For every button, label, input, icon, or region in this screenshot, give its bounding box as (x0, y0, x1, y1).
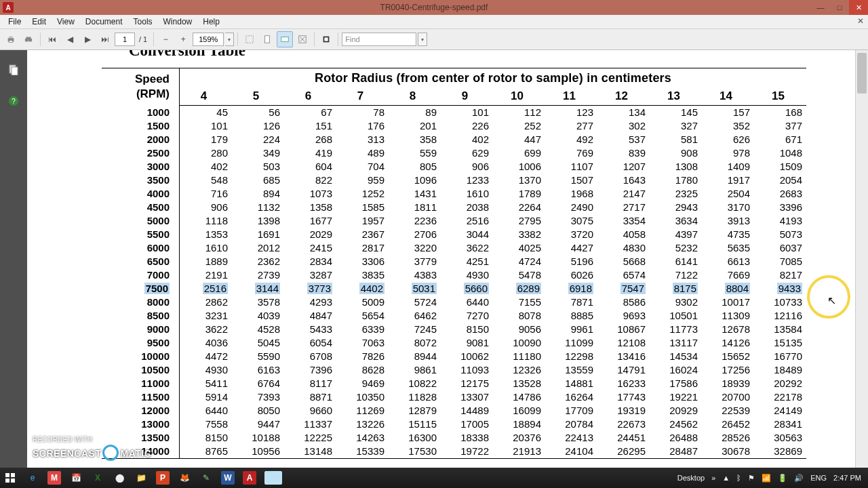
zoom-out-icon[interactable]: − (157, 31, 174, 47)
tray-language-label[interactable]: ENG (810, 474, 827, 482)
value-cell: 18894 (493, 418, 545, 431)
value-cell: 959 (336, 174, 389, 187)
value-cell: 4397 (650, 228, 702, 241)
value-cell: 1643 (597, 174, 650, 187)
value-cell: 224 (232, 133, 284, 146)
binoculars-icon[interactable] (20, 31, 37, 47)
svg-rect-13 (12, 67, 18, 75)
tray-bluetooth-icon[interactable]: ᛒ (736, 474, 741, 482)
taskbar-powerpoint-icon[interactable]: P (156, 471, 170, 485)
value-cell: 9433 (754, 282, 806, 296)
value-cell: 4383 (389, 268, 441, 282)
taskbar-firefox-icon[interactable]: 🦊 (178, 471, 191, 485)
value-cell: 6708 (284, 350, 336, 363)
taskbar-acrobat-icon[interactable]: A (243, 471, 256, 485)
value-cell: 8150 (441, 323, 493, 336)
value-cell: 5196 (545, 255, 597, 268)
value-cell: 9056 (493, 323, 545, 336)
help-panel-icon[interactable]: ? (7, 95, 20, 107)
taskbar-word-icon[interactable]: W (221, 471, 235, 485)
tray-volume-icon[interactable]: 🔊 (794, 474, 804, 483)
value-cell: 4025 (493, 241, 545, 255)
tray-network-icon[interactable]: 📶 (762, 474, 771, 483)
value-cell: 28341 (754, 418, 806, 431)
value-cell: 10956 (232, 445, 284, 459)
taskbar-app-icon[interactable]: ⬤ (113, 471, 126, 485)
pages-panel-icon[interactable] (7, 64, 20, 76)
taskbar-calendar-icon[interactable]: 📅 (69, 471, 83, 485)
taskbar-notepad-icon[interactable]: ✎ (199, 471, 213, 485)
value-cell: 14534 (650, 350, 702, 363)
document-viewport[interactable]: Conversion Table Speed(RPM) Rotor Radius… (27, 50, 868, 488)
fit-width-icon[interactable] (277, 31, 293, 47)
value-cell: 21913 (493, 445, 545, 459)
taskbar-blank-icon[interactable] (264, 471, 282, 485)
page-number-input[interactable]: 1 (115, 33, 135, 46)
value-cell: 699 (493, 146, 545, 160)
value-cell: 2038 (441, 201, 493, 214)
tray-battery-icon[interactable]: 🔋 (778, 474, 787, 483)
value-cell: 1917 (702, 174, 754, 187)
prev-page-icon[interactable]: ◀ (62, 31, 78, 47)
last-page-icon[interactable]: ⏭ (97, 31, 113, 47)
find-input[interactable]: Find (342, 33, 416, 46)
menu-edit[interactable]: Edit (26, 17, 52, 26)
tray-clock[interactable]: 2:47 PM (833, 474, 861, 482)
close-document-button[interactable]: ✕ (857, 16, 864, 26)
value-cell: 15652 (702, 350, 754, 363)
value-cell: 268 (284, 133, 336, 146)
table-row: 6500188923622834330637794251472451965668… (102, 255, 806, 268)
value-cell: 9469 (336, 377, 389, 390)
tray-up-icon[interactable]: ▲ (722, 474, 730, 482)
menu-bar: File Edit View Document Tools Window Hel… (0, 15, 868, 29)
value-cell: 3075 (545, 214, 597, 228)
close-button[interactable]: ✕ (849, 0, 868, 15)
value-cell: 581 (650, 133, 702, 146)
value-cell: 5660 (441, 282, 493, 296)
value-cell: 5724 (389, 296, 441, 309)
value-cell: 9660 (284, 404, 336, 418)
vertical-scrollbar[interactable]: ▲ ▼ (855, 50, 868, 488)
tray-chevron-icon[interactable]: » (711, 474, 715, 482)
value-cell: 604 (284, 160, 336, 174)
taskbar[interactable]: e M 📅 X ⬤ 📁 P 🦊 ✎ W A Desktop » ▲ ᛒ ⚑ 📶 … (0, 468, 868, 488)
menu-tools[interactable]: Tools (128, 17, 158, 26)
zoom-in-icon[interactable]: + (175, 31, 191, 47)
next-page-icon[interactable]: ▶ (79, 31, 96, 47)
taskbar-ie-icon[interactable]: e (26, 471, 39, 485)
print-icon[interactable] (3, 31, 19, 47)
minimize-button[interactable]: — (811, 0, 830, 15)
value-cell: 7393 (232, 390, 284, 404)
tray-desktop-label[interactable]: Desktop (677, 474, 705, 482)
value-cell: 1811 (389, 201, 441, 214)
marquee-zoom-icon[interactable] (241, 31, 258, 47)
taskbar-excel-icon[interactable]: X (91, 471, 104, 485)
fit-page-icon[interactable] (259, 31, 275, 47)
zoom-level-input[interactable]: 159% (193, 33, 224, 46)
value-cell: 8944 (389, 350, 441, 363)
menu-view[interactable]: View (52, 17, 80, 26)
value-cell: 2943 (650, 201, 702, 214)
taskbar-gmail-icon[interactable]: M (47, 471, 61, 485)
scroll-thumb[interactable] (857, 53, 867, 94)
menu-window[interactable]: Window (158, 17, 198, 26)
start-button[interactable] (0, 468, 20, 488)
tray-flag-icon[interactable]: ⚑ (748, 474, 755, 483)
zoom-dropdown-icon[interactable]: ▾ (225, 33, 234, 46)
value-cell: 10733 (754, 296, 806, 309)
rpm-header: Speed(RPM) (102, 68, 180, 106)
value-cell: 3773 (284, 282, 336, 296)
fit-visible-icon[interactable] (294, 31, 311, 47)
taskbar-explorer-icon[interactable]: 📁 (134, 471, 148, 485)
maximize-button[interactable]: □ (830, 0, 849, 15)
table-row: 7500251631443773440250315660628969187547… (102, 282, 806, 296)
value-cell: 1431 (389, 187, 441, 201)
find-dropdown-icon[interactable]: ▾ (418, 33, 427, 46)
menu-document[interactable]: Document (80, 17, 128, 26)
menu-help[interactable]: Help (197, 17, 225, 26)
first-page-icon[interactable]: ⏮ (44, 31, 60, 47)
value-cell: 26452 (702, 418, 754, 431)
menu-file[interactable]: File (3, 17, 26, 26)
value-cell: 123 (545, 106, 597, 120)
reading-mode-icon[interactable] (318, 31, 334, 47)
